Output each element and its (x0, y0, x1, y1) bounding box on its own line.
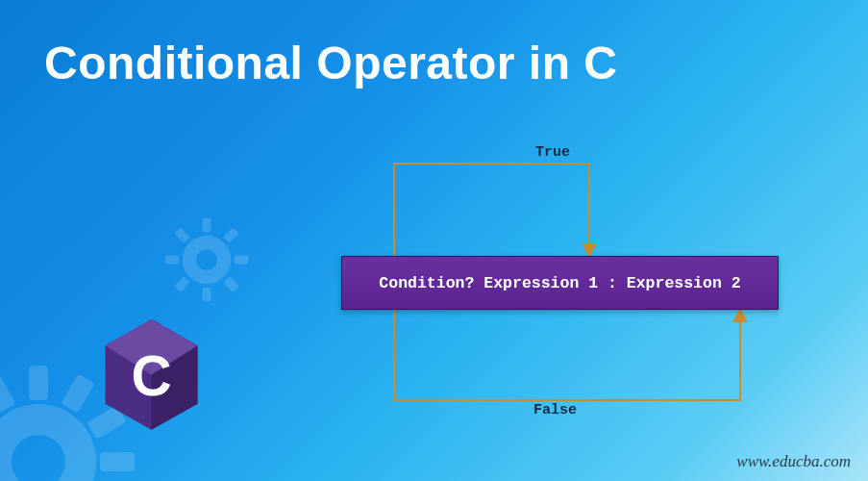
gear-icon (163, 216, 250, 303)
watermark: www.educba.com (736, 452, 851, 471)
c-language-logo: C (101, 317, 202, 433)
expression-box: Condition? Expression 1 : Expression 2 (341, 256, 779, 310)
svg-point-9 (196, 249, 217, 270)
logo-letter: C (131, 344, 171, 407)
svg-rect-6 (174, 276, 190, 292)
svg-marker-27 (583, 244, 595, 256)
svg-rect-7 (174, 227, 190, 243)
svg-rect-8 (223, 276, 239, 292)
svg-rect-4 (235, 256, 248, 265)
svg-rect-15 (61, 373, 94, 413)
svg-rect-14 (100, 452, 135, 471)
svg-rect-1 (203, 218, 211, 232)
svg-rect-3 (165, 256, 179, 265)
page-title: Conditional Operator in C (44, 37, 618, 89)
svg-rect-22 (0, 373, 16, 413)
conditional-operator-diagram: True False Condition? Expression 1 : Exp… (341, 144, 812, 423)
svg-marker-28 (734, 310, 746, 321)
svg-rect-2 (203, 288, 211, 301)
svg-rect-5 (223, 227, 239, 243)
svg-rect-11 (29, 366, 48, 400)
expression-text: Condition? Expression 1 : Expression 2 (379, 274, 740, 292)
